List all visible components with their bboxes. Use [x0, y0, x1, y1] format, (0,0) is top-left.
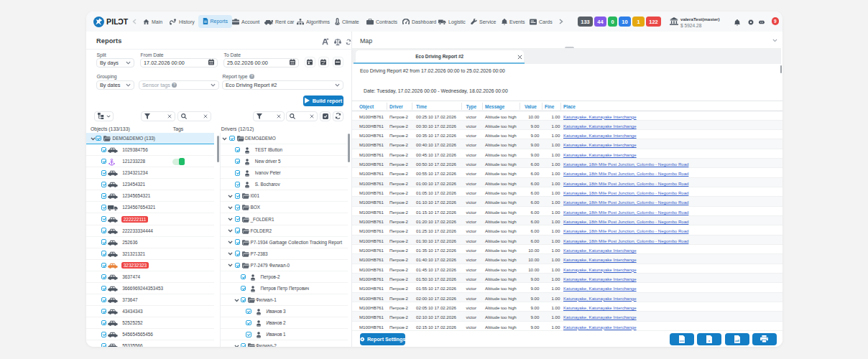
svg-text:pdf: pdf [735, 340, 739, 342]
svg-text:?: ? [173, 83, 175, 87]
svg-text:csv: csv [680, 340, 684, 342]
svg-text:?: ? [251, 74, 253, 78]
